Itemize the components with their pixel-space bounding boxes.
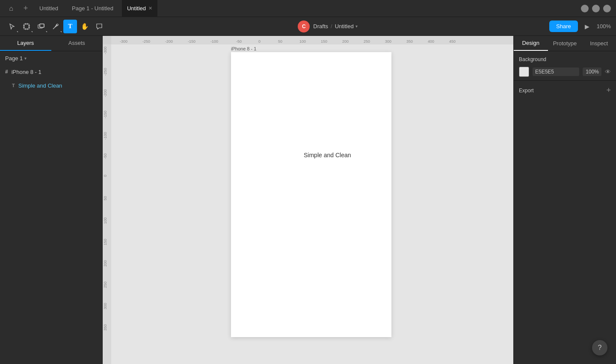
breadcrumb-separator: / [331,23,332,29]
ruler-top: -300 -250 -200 -150 -100 -50 0 50 100 15… [111,36,513,44]
canvas[interactable]: -300 -250 -200 -150 -100 -50 0 50 100 15… [103,36,513,364]
background-label: Background [519,56,611,62]
titlebar: ⌂ + Untitled Page 1 - Untitled Untitled … [0,0,616,17]
visibility-toggle-icon[interactable]: 👁 [605,68,611,75]
tab-page1[interactable]: Page 1 - Untitled [67,0,118,17]
zoom-level[interactable]: 100% [597,23,611,29]
hand-tool[interactable]: ✋ [78,20,92,33]
frame-tool[interactable] [20,20,33,33]
panel-header: Page 1 ▾ [0,51,102,65]
panel-tabs: Layers Assets [0,36,102,51]
window-controls: − □ ✕ [581,5,611,12]
toolbar: T ✋ C Drafts / Untitled ▾ Share ▶ 100% [0,17,616,36]
play-button[interactable]: ▶ [581,21,593,32]
background-hex-value[interactable]: E5E5E5 [533,68,579,76]
export-section: Export + [514,81,616,100]
ruler-left: -300 -250 -200 -150 -100 -50 0 50 100 15… [103,44,111,364]
export-add-button[interactable]: + [606,86,611,95]
page-selector[interactable]: Page 1 ▾ [5,55,27,62]
main-layout: Layers Assets Page 1 ▾ # iPhone 8 - 1 T … [0,36,616,364]
tab-prototype[interactable]: Prototype [548,36,582,51]
tab-inspect[interactable]: Inspect [582,36,616,51]
page-label: Page 1 [5,55,23,62]
close-button[interactable]: ✕ [603,5,611,12]
background-opacity-value[interactable]: 100% [583,68,601,76]
user-avatar: C [298,21,310,32]
background-row: E5E5E5 100% 👁 [519,67,611,77]
text-tool[interactable]: T [63,20,77,33]
maximize-button[interactable]: □ [592,5,600,12]
page-chevron-icon: ▾ [24,56,27,61]
layer-item-frame[interactable]: # iPhone 8 - 1 [0,65,102,79]
share-button[interactable]: Share [549,21,578,32]
layer-text-name: Simple and Clean [18,82,62,89]
tab-label: Untitled [39,5,58,12]
tab-untitled-1[interactable]: Untitled [34,0,63,17]
right-panel-tabs: Design Prototype Inspect [514,36,616,51]
tab-label: Page 1 - Untitled [72,5,113,12]
tab-assets[interactable]: Assets [51,36,103,51]
tool-group-left: T ✋ [5,20,106,33]
select-tool[interactable] [5,20,19,33]
tab-close-icon[interactable]: ✕ [148,6,152,11]
text-tool-icon: T [68,23,72,30]
shapes-tool[interactable] [34,20,48,33]
tab-design[interactable]: Design [514,36,548,51]
tab-layers[interactable]: Layers [0,36,51,51]
background-color-swatch[interactable] [519,67,529,77]
toolbar-right: Share ▶ 100% [549,21,611,32]
canvas-text-element[interactable]: Simple and Clean [304,152,351,159]
breadcrumb-current[interactable]: Untitled ▾ [335,23,358,29]
add-tab-button[interactable]: + [21,3,31,14]
export-label: Export [519,88,534,94]
frame-artboard-label: iPhone 8 - 1 [231,46,256,51]
comment-tool[interactable] [92,20,106,33]
minimize-button[interactable]: − [581,5,589,12]
background-section: Background E5E5E5 100% 👁 [514,51,616,81]
left-panel: Layers Assets Page 1 ▾ # iPhone 8 - 1 T … [0,36,103,364]
breadcrumb: Drafts / Untitled ▾ [313,23,357,29]
pen-tool[interactable] [49,20,62,33]
svg-rect-0 [24,24,29,29]
breadcrumb-section: Drafts [313,23,328,29]
frame-layer-icon: # [5,69,8,75]
breadcrumb-current-label: Untitled [335,23,354,29]
tab-untitled-active[interactable]: Untitled ✕ [122,0,157,17]
tab-label: Untitled [127,5,146,12]
hand-tool-icon: ✋ [81,23,89,30]
text-layer-icon: T [12,83,15,88]
help-button[interactable]: ? [592,340,607,355]
layer-frame-name: iPhone 8 - 1 [12,69,41,75]
toolbar-center: C Drafts / Untitled ▾ [108,21,548,32]
layer-item-text[interactable]: T Simple and Clean [0,79,102,92]
svg-rect-10 [40,24,44,27]
home-button[interactable]: ⌂ [5,3,17,15]
canvas-content[interactable]: iPhone 8 - 1 Simple and Clean [111,44,513,364]
ruler-corner [103,36,111,44]
right-panel: Design Prototype Inspect Background E5E5… [513,36,616,364]
chevron-down-icon: ▾ [355,24,358,29]
artboard-frame[interactable]: Simple and Clean [231,52,391,337]
